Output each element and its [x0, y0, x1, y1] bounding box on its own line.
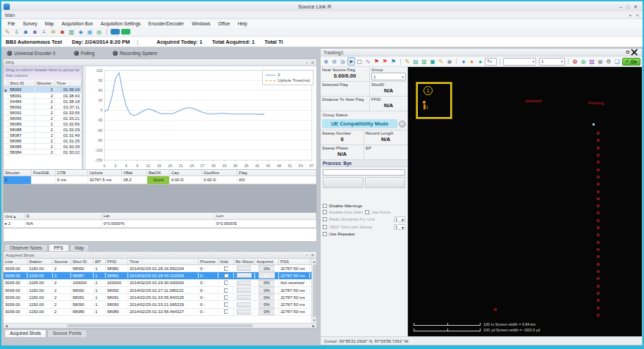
draw-icon[interactable]: ✎	[437, 57, 445, 66]
table-row[interactable]: 3009.001150.002580891580892014/02/25-01:…	[4, 309, 311, 316]
shot-table[interactable]: Drag a column header here to group by th…	[4, 66, 82, 169]
re-shoot-button[interactable]	[237, 266, 252, 271]
tab-map[interactable]: Map	[70, 244, 90, 251]
table-row[interactable]: 54484201:38:18	[4, 99, 82, 104]
column-header-acquired[interactable]: Acquired	[255, 259, 279, 264]
menu-acquisition-settings[interactable]: Acquisition Settings	[97, 20, 144, 27]
minimize-icon[interactable]: –	[619, 4, 622, 10]
menu-file[interactable]: File	[4, 20, 18, 27]
person-green-icon[interactable]: ●	[476, 57, 484, 66]
column-header-lat[interactable]: Lat	[102, 213, 215, 219]
checkbox-disable-auto-start[interactable]	[323, 210, 327, 214]
chart-icon[interactable]: ▥	[68, 28, 75, 36]
strip-collapse-icon[interactable]: ▾	[629, 13, 631, 18]
checkbox-radio-similarity-for-unit[interactable]	[323, 217, 327, 221]
download-icon[interactable]: ⇩	[13, 28, 20, 36]
spinner-test-shot-with-sweep[interactable]: 1▾	[394, 224, 405, 230]
status-universal-encoder-ii[interactable]: Universal Encoder II	[7, 51, 56, 56]
tracking-map[interactable]: 1 1 (deleted)Pending 100 m Screen width …	[408, 67, 642, 336]
pps-close-icon[interactable]: ✕	[311, 60, 314, 65]
checkbox-use-force[interactable]	[365, 210, 369, 214]
re-shoot-button[interactable]	[237, 281, 252, 286]
table-row[interactable]: 3009.001150.002580911580912014/02/25-01:…	[4, 294, 311, 301]
group-select-combo[interactable]: 1▾	[539, 58, 565, 66]
table-row[interactable]: 58087201:31:49	[4, 133, 82, 138]
person-orange-icon[interactable]: ●	[468, 57, 476, 66]
tools-icon[interactable]: ⚙	[605, 57, 612, 66]
column-header-shooter[interactable]: Shooter	[35, 80, 55, 86]
menu-acquisition-box[interactable]: Acquisition Box	[58, 20, 96, 27]
void-checkbox[interactable]	[224, 288, 228, 293]
re-shoot-button[interactable]	[237, 288, 252, 293]
globe-icon[interactable]: ◍	[95, 28, 103, 36]
table-row[interactable]: 58086201:31:25	[4, 138, 82, 144]
checkbox-test-shot-with-sweep[interactable]	[323, 225, 327, 229]
image-icon[interactable]: ▨	[588, 57, 596, 66]
column-header-station[interactable]: Station	[27, 259, 53, 264]
table-row[interactable]: 3005.001155.00210000011000002014/02/25-0…	[4, 280, 311, 287]
edit-pencil-icon[interactable]: ✎	[4, 28, 11, 36]
column-header-process[interactable]: Process	[199, 259, 218, 264]
column-header-ffid[interactable]: FFID	[106, 259, 128, 264]
monitor-gray-icon[interactable]: ▣	[596, 57, 604, 66]
process-input[interactable]	[323, 169, 405, 176]
acquired-hscrollbar[interactable]: ◀▶	[4, 323, 316, 328]
void-checkbox[interactable]	[224, 302, 228, 307]
column-header-cap[interactable]: Cap	[170, 170, 202, 176]
re-shoot-button[interactable]	[237, 295, 252, 300]
menu-windows[interactable]: Windows	[188, 20, 213, 27]
pointer-icon[interactable]: ➤	[347, 57, 355, 66]
close-icon[interactable]: ✕	[633, 4, 638, 10]
void-checkbox[interactable]	[224, 267, 228, 271]
flag-blue-icon[interactable]: ⚑	[390, 57, 397, 66]
column-header-pss[interactable]: PSS	[279, 259, 310, 264]
column-header-vbat[interactable]: VBat	[122, 170, 147, 176]
notes-icon[interactable]: ≡	[40, 28, 48, 36]
column-header-q[interactable]: Q	[25, 213, 102, 219]
column-header-shot-id[interactable]: Shot ID	[8, 80, 35, 86]
globe-icon[interactable]: ◍	[580, 57, 588, 66]
column-header-time[interactable]: Time	[55, 80, 82, 86]
status-recording-system[interactable]: Recording System	[113, 51, 157, 56]
table-row[interactable]: 3009.001150.002580901580902014/02/25-01:…	[4, 301, 311, 308]
column-header-batok[interactable]: BatOK	[147, 170, 170, 176]
tab-acquired-shots[interactable]: Acquired Shots	[4, 329, 47, 337]
column-header-posade[interactable]: PosADE	[32, 170, 56, 176]
edit-pencil-icon[interactable]: ✎	[404, 57, 411, 66]
table-row[interactable]: 58084201:30:22	[4, 149, 82, 155]
table-row[interactable]: 58088201:32:29	[4, 127, 82, 133]
column-header-line[interactable]: Line	[4, 259, 27, 264]
table-row[interactable]: 58085201:30:39	[4, 144, 82, 149]
menu-office[interactable]: Office	[215, 20, 234, 27]
column-header-lon[interactable]: Lon	[215, 213, 316, 219]
process-button-1[interactable]	[323, 177, 364, 188]
spinner-radio-similarity-for-unit[interactable]: 1▾	[394, 216, 405, 222]
table-row[interactable]: 58091201:38:43	[4, 93, 82, 99]
map-icon[interactable]: ◈	[77, 28, 85, 36]
acquired-maximize-icon[interactable]: ▫	[306, 253, 308, 257]
menu-help[interactable]: Help	[234, 20, 250, 27]
zoom-window-icon[interactable]: ◎	[339, 57, 347, 66]
tab-observer-notes[interactable]: Observer Notes	[4, 244, 48, 251]
void-checkbox[interactable]	[224, 295, 228, 300]
copy-icon[interactable]: ❏	[613, 57, 621, 66]
re-shoot-button[interactable]	[237, 302, 252, 307]
chart-green-icon[interactable]: ▥	[421, 57, 428, 66]
process-button-2[interactable]	[365, 177, 406, 188]
user-red-icon[interactable]: ☻	[58, 28, 66, 36]
re-shoot-button[interactable]	[237, 273, 252, 278]
column-header-uphole[interactable]: Uphole	[88, 170, 122, 176]
void-checkbox[interactable]	[224, 281, 228, 285]
palette-icon[interactable]: ✿	[571, 57, 579, 66]
shooter-detail-grid[interactable]: ShooterPosADECTBUpholeVBatBatOKCapGeoRes…	[3, 170, 317, 185]
column-header-void[interactable]: Void	[218, 259, 234, 264]
user-edit-icon[interactable]: ☻	[31, 28, 39, 36]
flag-number-icon[interactable]: ⚑	[373, 57, 380, 66]
banner-status-button[interactable]	[399, 121, 406, 128]
view-combo[interactable]: ▾	[503, 58, 536, 66]
strip-close-icon[interactable]: ✕	[636, 13, 639, 18]
table-row[interactable]: 58092201:37:11	[4, 104, 82, 110]
re-shoot-button[interactable]	[237, 310, 252, 314]
column-header-re-shoot[interactable]: Re-Shoot	[234, 259, 255, 264]
void-checkbox[interactable]	[224, 310, 228, 314]
